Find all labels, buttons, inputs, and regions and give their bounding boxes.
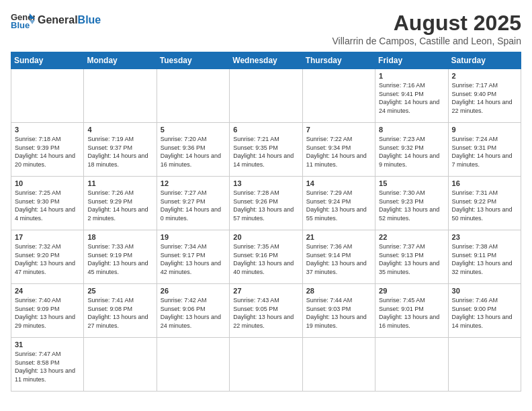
day-number: 23 bbox=[452, 233, 517, 241]
day-info: Sunrise: 7:44 AM Sunset: 9:03 PM Dayligh… bbox=[306, 296, 371, 330]
day-number: 10 bbox=[15, 179, 80, 187]
day-info: Sunrise: 7:21 AM Sunset: 9:35 PM Dayligh… bbox=[233, 135, 298, 169]
calendar-cell: 13Sunrise: 7:28 AM Sunset: 9:26 PM Dayli… bbox=[230, 177, 302, 230]
calendar-cell: 14Sunrise: 7:29 AM Sunset: 9:24 PM Dayli… bbox=[302, 177, 375, 230]
week-row-3: 10Sunrise: 7:25 AM Sunset: 9:30 PM Dayli… bbox=[11, 177, 521, 230]
logo-general: General bbox=[38, 14, 78, 26]
day-info: Sunrise: 7:20 AM Sunset: 9:36 PM Dayligh… bbox=[161, 135, 226, 169]
calendar-cell: 25Sunrise: 7:41 AM Sunset: 9:08 PM Dayli… bbox=[84, 284, 157, 338]
calendar-cell: 15Sunrise: 7:30 AM Sunset: 9:23 PM Dayli… bbox=[375, 177, 448, 230]
calendar-cell: 5Sunrise: 7:20 AM Sunset: 9:36 PM Daylig… bbox=[157, 123, 229, 177]
header-wednesday: Wednesday bbox=[230, 52, 302, 69]
week-row-2: 3Sunrise: 7:18 AM Sunset: 9:39 PM Daylig… bbox=[11, 123, 521, 177]
logo-icon: General Blue bbox=[11, 11, 35, 30]
day-info: Sunrise: 7:47 AM Sunset: 8:58 PM Dayligh… bbox=[15, 350, 80, 383]
day-info: Sunrise: 7:41 AM Sunset: 9:08 PM Dayligh… bbox=[87, 296, 152, 330]
calendar-cell: 31Sunrise: 7:47 AM Sunset: 8:58 PM Dayli… bbox=[11, 338, 84, 392]
calendar-cell: 10Sunrise: 7:25 AM Sunset: 9:30 PM Dayli… bbox=[11, 177, 84, 230]
calendar-cell: 11Sunrise: 7:26 AM Sunset: 9:29 PM Dayli… bbox=[84, 177, 157, 230]
day-number: 17 bbox=[15, 233, 80, 241]
day-info: Sunrise: 7:19 AM Sunset: 9:37 PM Dayligh… bbox=[87, 135, 152, 169]
day-info: Sunrise: 7:31 AM Sunset: 9:22 PM Dayligh… bbox=[452, 189, 517, 222]
day-number: 20 bbox=[233, 233, 298, 241]
calendar-title-area: August 2025 Villarrin de Campos, Castill… bbox=[332, 11, 521, 46]
calendar-cell: 2Sunrise: 7:17 AM Sunset: 9:40 PM Daylig… bbox=[448, 69, 521, 123]
day-info: Sunrise: 7:22 AM Sunset: 9:34 PM Dayligh… bbox=[306, 135, 371, 169]
calendar-cell: 21Sunrise: 7:36 AM Sunset: 9:14 PM Dayli… bbox=[302, 230, 375, 284]
day-number: 5 bbox=[161, 126, 226, 134]
day-info: Sunrise: 7:33 AM Sunset: 9:19 PM Dayligh… bbox=[87, 242, 152, 276]
calendar-cell bbox=[302, 338, 375, 392]
day-info: Sunrise: 7:38 AM Sunset: 9:11 PM Dayligh… bbox=[452, 242, 517, 276]
calendar-cell bbox=[448, 338, 521, 392]
day-number: 14 bbox=[306, 179, 371, 187]
day-number: 27 bbox=[233, 287, 298, 295]
day-info: Sunrise: 7:35 AM Sunset: 9:16 PM Dayligh… bbox=[233, 242, 298, 276]
header-monday: Monday bbox=[84, 52, 157, 69]
calendar-cell: 18Sunrise: 7:33 AM Sunset: 9:19 PM Dayli… bbox=[84, 230, 157, 284]
logo: General Blue GeneralBlue bbox=[11, 11, 101, 30]
day-info: Sunrise: 7:24 AM Sunset: 9:31 PM Dayligh… bbox=[452, 135, 517, 169]
calendar-cell: 3Sunrise: 7:18 AM Sunset: 9:39 PM Daylig… bbox=[11, 123, 84, 177]
calendar-cell: 7Sunrise: 7:22 AM Sunset: 9:34 PM Daylig… bbox=[302, 123, 375, 177]
day-info: Sunrise: 7:28 AM Sunset: 9:26 PM Dayligh… bbox=[233, 189, 298, 222]
day-info: Sunrise: 7:16 AM Sunset: 9:41 PM Dayligh… bbox=[379, 81, 444, 115]
calendar-title: August 2025 bbox=[332, 11, 521, 36]
day-info: Sunrise: 7:32 AM Sunset: 9:20 PM Dayligh… bbox=[15, 242, 80, 276]
day-number: 22 bbox=[379, 233, 444, 241]
day-info: Sunrise: 7:27 AM Sunset: 9:27 PM Dayligh… bbox=[161, 189, 226, 222]
calendar-cell: 22Sunrise: 7:37 AM Sunset: 9:13 PM Dayli… bbox=[375, 230, 448, 284]
day-info: Sunrise: 7:36 AM Sunset: 9:14 PM Dayligh… bbox=[306, 242, 371, 276]
day-info: Sunrise: 7:45 AM Sunset: 9:01 PM Dayligh… bbox=[379, 296, 444, 330]
calendar-cell: 8Sunrise: 7:23 AM Sunset: 9:32 PM Daylig… bbox=[375, 123, 448, 177]
calendar-cell: 17Sunrise: 7:32 AM Sunset: 9:20 PM Dayli… bbox=[11, 230, 84, 284]
day-number: 15 bbox=[379, 179, 444, 187]
day-number: 29 bbox=[379, 287, 444, 295]
calendar-header-row: SundayMondayTuesdayWednesdayThursdayFrid… bbox=[11, 52, 521, 69]
day-number: 7 bbox=[306, 126, 371, 134]
day-number: 26 bbox=[161, 287, 226, 295]
calendar-cell: 16Sunrise: 7:31 AM Sunset: 9:22 PM Dayli… bbox=[448, 177, 521, 230]
day-number: 1 bbox=[379, 72, 444, 80]
svg-text:Blue: Blue bbox=[11, 20, 30, 30]
svg-marker-3 bbox=[30, 20, 35, 24]
header-thursday: Thursday bbox=[302, 52, 375, 69]
logo-blue: Blue bbox=[78, 14, 101, 26]
calendar-cell bbox=[84, 338, 157, 392]
calendar-cell bbox=[84, 69, 157, 123]
calendar-cell: 20Sunrise: 7:35 AM Sunset: 9:16 PM Dayli… bbox=[230, 230, 302, 284]
day-number: 4 bbox=[87, 126, 152, 134]
day-number: 2 bbox=[452, 72, 517, 80]
calendar-cell: 30Sunrise: 7:46 AM Sunset: 9:00 PM Dayli… bbox=[448, 284, 521, 338]
day-number: 6 bbox=[233, 126, 298, 134]
header-saturday: Saturday bbox=[448, 52, 521, 69]
calendar-cell: 9Sunrise: 7:24 AM Sunset: 9:31 PM Daylig… bbox=[448, 123, 521, 177]
calendar-cell bbox=[157, 338, 229, 392]
day-info: Sunrise: 7:23 AM Sunset: 9:32 PM Dayligh… bbox=[379, 135, 444, 169]
calendar-cell bbox=[230, 69, 302, 123]
day-info: Sunrise: 7:26 AM Sunset: 9:29 PM Dayligh… bbox=[87, 189, 152, 222]
day-number: 21 bbox=[306, 233, 371, 241]
day-number: 30 bbox=[452, 287, 517, 295]
day-info: Sunrise: 7:34 AM Sunset: 9:17 PM Dayligh… bbox=[161, 242, 226, 276]
day-number: 25 bbox=[87, 287, 152, 295]
page-header: General Blue GeneralBlue August 2025 Vil… bbox=[11, 11, 521, 46]
day-info: Sunrise: 7:25 AM Sunset: 9:30 PM Dayligh… bbox=[15, 189, 80, 222]
header-tuesday: Tuesday bbox=[157, 52, 229, 69]
calendar-cell: 29Sunrise: 7:45 AM Sunset: 9:01 PM Dayli… bbox=[375, 284, 448, 338]
week-row-5: 24Sunrise: 7:40 AM Sunset: 9:09 PM Dayli… bbox=[11, 284, 521, 338]
calendar-cell: 12Sunrise: 7:27 AM Sunset: 9:27 PM Dayli… bbox=[157, 177, 229, 230]
day-number: 9 bbox=[452, 126, 517, 134]
calendar-cell: 27Sunrise: 7:43 AM Sunset: 9:05 PM Dayli… bbox=[230, 284, 302, 338]
calendar-cell bbox=[302, 69, 375, 123]
calendar-cell: 19Sunrise: 7:34 AM Sunset: 9:17 PM Dayli… bbox=[157, 230, 229, 284]
day-info: Sunrise: 7:30 AM Sunset: 9:23 PM Dayligh… bbox=[379, 189, 444, 222]
calendar-cell bbox=[11, 69, 84, 123]
calendar-cell bbox=[375, 338, 448, 392]
day-info: Sunrise: 7:17 AM Sunset: 9:40 PM Dayligh… bbox=[452, 81, 517, 115]
day-number: 8 bbox=[379, 126, 444, 134]
calendar-cell: 23Sunrise: 7:38 AM Sunset: 9:11 PM Dayli… bbox=[448, 230, 521, 284]
calendar-cell: 28Sunrise: 7:44 AM Sunset: 9:03 PM Dayli… bbox=[302, 284, 375, 338]
day-number: 18 bbox=[87, 233, 152, 241]
calendar-cell: 26Sunrise: 7:42 AM Sunset: 9:06 PM Dayli… bbox=[157, 284, 229, 338]
